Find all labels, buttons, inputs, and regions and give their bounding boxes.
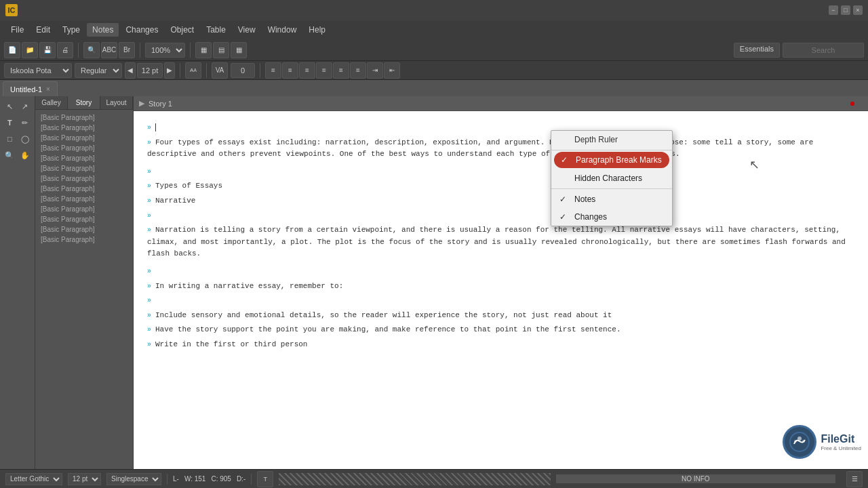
menu-notes[interactable]: Notes — [87, 23, 119, 37]
menu-object[interactable]: Object — [165, 23, 199, 37]
menu-view[interactable]: View — [233, 23, 261, 37]
close-button[interactable]: × — [853, 5, 863, 15]
char-count: C: 905 — [211, 475, 231, 483]
watermark-svg — [789, 432, 810, 452]
watermark-icon — [783, 425, 816, 459]
view-mode-3[interactable]: ▦ — [231, 42, 247, 58]
story-item-basic-5[interactable]: [Basic Paragraph] — [38, 153, 130, 163]
search-button[interactable]: 🔍 — [83, 42, 100, 58]
dropdown-notes[interactable]: ✓ Notes — [551, 190, 672, 208]
maximize-button[interactable]: □ — [841, 5, 850, 15]
tab-layout[interactable]: Layout — [100, 96, 133, 109]
dropdown-hidden-characters[interactable]: Hidden Characters — [551, 169, 672, 187]
dropdown-depth-ruler[interactable]: Depth Ruler — [551, 131, 672, 148]
tool-direct-select[interactable]: ↗ — [18, 99, 33, 114]
story-item-basic-8[interactable]: [Basic Paragraph] — [38, 184, 130, 194]
depth-indicator: D:- — [237, 475, 245, 483]
align-center[interactable]: ≡ — [282, 62, 298, 79]
tab-untitled1[interactable]: Untitled-1 × — [3, 81, 58, 96]
align-justify-last[interactable]: ≡ — [333, 62, 349, 79]
divider-3 — [190, 43, 191, 58]
story-item-basic-3[interactable]: [Basic Paragraph] — [38, 133, 130, 143]
svg-point-3 — [802, 440, 805, 443]
story-item-basic-13[interactable]: [Basic Paragraph] — [38, 235, 130, 245]
tool-select[interactable]: ↖ — [3, 99, 17, 114]
window-controls[interactable]: − □ × — [829, 5, 863, 15]
new-button[interactable]: 📄 — [4, 42, 20, 58]
menu-help[interactable]: Help — [303, 23, 331, 37]
status-bar: Letter Gothic 12 pt Singlespace L- W: 15… — [0, 469, 868, 488]
tool-zoom[interactable]: 🔍 — [3, 148, 17, 163]
story-item-basic-2[interactable]: [Basic Paragraph] — [38, 123, 130, 133]
story-item-basic-7[interactable]: [Basic Paragraph] — [38, 174, 130, 184]
spell-button[interactable]: ABC — [101, 42, 117, 58]
size-status-select[interactable]: 12 pt — [68, 473, 101, 485]
superscript-button[interactable]: AA — [185, 62, 201, 79]
align-left[interactable]: ≡ — [265, 62, 281, 79]
para-marker-1: » — [147, 124, 151, 131]
story-content[interactable]: » »Four types of essays exist including:… — [134, 111, 868, 483]
tool-text[interactable]: T — [3, 115, 17, 130]
dropdown-changes[interactable]: ✓ Changes — [551, 208, 672, 226]
print-button[interactable]: 🖨 — [57, 42, 73, 58]
story-item-basic-4[interactable]: [Basic Paragraph] — [38, 143, 130, 153]
search-input[interactable] — [783, 43, 864, 58]
kerning-input[interactable] — [231, 63, 255, 78]
status-menu-button[interactable]: ☰ — [846, 471, 863, 487]
menu-file[interactable]: File — [5, 23, 29, 37]
tool-path[interactable]: ✏ — [18, 115, 33, 130]
align-center-vert[interactable]: ≡ — [350, 62, 366, 79]
title-bar: IC − □ × — [0, 0, 868, 20]
tab-close-button[interactable]: × — [46, 85, 50, 93]
menu-edit[interactable]: Edit — [31, 23, 56, 37]
app-icon: IC — [5, 4, 18, 16]
metrics-button[interactable]: VA — [212, 62, 228, 79]
tab-galley[interactable]: Galley — [35, 96, 68, 109]
font-status-select[interactable]: Letter Gothic — [5, 473, 62, 485]
align-justify[interactable]: ≡ — [316, 62, 332, 79]
menu-table[interactable]: Table — [201, 23, 231, 37]
story-item-basic-12[interactable]: [Basic Paragraph] — [38, 224, 130, 235]
view-mode-1[interactable]: ▦ — [195, 42, 212, 58]
tool-pan[interactable]: ✋ — [18, 148, 33, 163]
font-size-input[interactable] — [137, 63, 163, 78]
save-button[interactable]: 💾 — [39, 42, 56, 58]
tool-shape2[interactable]: ◯ — [18, 131, 33, 146]
essentials-select[interactable]: Essentials — [734, 43, 780, 58]
font-size-up[interactable]: ▶ — [164, 62, 175, 79]
para-marker-7: » — [147, 226, 151, 234]
changes-label: Changes — [574, 212, 607, 222]
story-item-basic-10[interactable]: [Basic Paragraph] — [38, 204, 130, 214]
story-item-basic-1[interactable]: [Basic Paragraph] — [38, 113, 130, 123]
menu-changes[interactable]: Changes — [120, 23, 163, 37]
bridge-button[interactable]: Br — [119, 42, 135, 58]
tool-shape[interactable]: □ — [3, 131, 17, 146]
divider-6 — [260, 63, 260, 78]
para-marker-10: » — [147, 297, 151, 304]
font-style-select[interactable]: Regular — [75, 63, 122, 78]
font-size-down[interactable]: ◀ — [125, 62, 136, 79]
align-right[interactable]: ≡ — [299, 62, 315, 79]
story-item-basic-9[interactable]: [Basic Paragraph] — [38, 194, 130, 204]
open-button[interactable]: 📁 — [22, 42, 38, 58]
status-divider-1 — [167, 474, 167, 485]
text-flow-button[interactable]: T — [257, 471, 273, 487]
view-mode-2[interactable]: ▤ — [213, 42, 229, 58]
menu-type[interactable]: Type — [57, 23, 85, 37]
paragraph-break-check: ✓ — [561, 155, 570, 165]
tab-story[interactable]: Story — [68, 96, 100, 109]
status-hatch — [279, 473, 550, 485]
line-indicator: L- — [173, 475, 179, 483]
dropdown-paragraph-break-marks[interactable]: ✓ Paragraph Break Marks — [554, 152, 669, 168]
indent-button[interactable]: ⇥ — [367, 62, 383, 79]
menu-window[interactable]: Window — [262, 23, 302, 37]
zoom-select[interactable]: 100% — [145, 43, 185, 58]
story-item-basic-6[interactable]: [Basic Paragraph] — [38, 163, 130, 174]
minimize-button[interactable]: − — [829, 5, 838, 15]
spacing-status-select[interactable]: Singlespace — [106, 473, 161, 485]
outdent-button[interactable]: ⇤ — [384, 62, 400, 79]
content-area: ▶ Story 1 » »Four types of essays exist … — [134, 96, 868, 483]
story-item-basic-11[interactable]: [Basic Paragraph] — [38, 214, 130, 224]
story-tabs: Galley Story Layout — [35, 96, 133, 110]
font-select[interactable]: Iskoola Pota — [4, 63, 72, 78]
